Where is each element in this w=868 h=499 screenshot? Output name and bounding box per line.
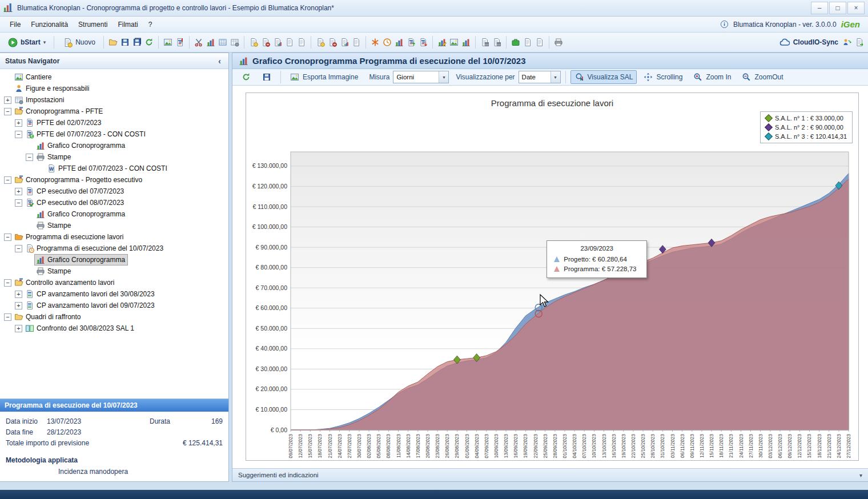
bar-chart-icon[interactable] — [206, 37, 216, 47]
tree-item-body[interactable]: Controllo avanzamento lavori — [13, 277, 116, 288]
folder-open-icon[interactable] — [108, 37, 118, 47]
cloud-sync-label[interactable]: CloudIO-Sync — [793, 38, 838, 46]
maximize-button[interactable]: □ — [829, 2, 846, 14]
tree-item-body[interactable]: Stampe — [35, 220, 73, 231]
tree-item-body[interactable]: Figure e responsabili — [13, 83, 91, 94]
tree-item[interactable]: −CP esecutivo del 08/07/2023 — [0, 197, 228, 208]
misura-select[interactable]: Giorni ▾ — [393, 71, 449, 83]
tree-item-body[interactable]: CP avanzamento lavori del 30/08/2023 — [24, 289, 157, 299]
menu-help[interactable]: ? — [143, 18, 158, 31]
doc-remove-icon[interactable] — [260, 37, 271, 47]
tree-item[interactable]: +CP avanzamento lavori del 30/08/2023 — [0, 288, 228, 300]
tree-item-body[interactable]: Cronoprogramma - PFTE — [13, 106, 105, 116]
menu-strumenti[interactable]: Strumenti — [73, 18, 112, 31]
menu-funzionalita[interactable]: Funzionalità — [26, 18, 73, 31]
collapse-icon[interactable]: − — [15, 245, 22, 252]
nuovo-button[interactable]: Nuovo — [58, 35, 99, 49]
expand-icon[interactable]: + — [15, 291, 22, 298]
image-chart-icon[interactable] — [449, 37, 459, 47]
save-icon[interactable] — [120, 37, 130, 47]
tree-item[interactable]: Stampe — [0, 265, 228, 277]
collapse-icon[interactable]: − — [15, 199, 22, 207]
item-add-icon[interactable] — [315, 37, 326, 47]
tree-item[interactable]: Cantiere — [0, 71, 228, 83]
gantt-down-icon[interactable] — [418, 37, 428, 47]
mini-chart-icon[interactable] — [394, 37, 404, 47]
doc-add-icon[interactable] — [248, 37, 259, 47]
tree-item-body[interactable]: CP esecutivo del 08/07/2023 — [24, 198, 126, 208]
table-settings-icon[interactable] — [230, 37, 240, 47]
tree-item-body[interactable]: Cantiere — [13, 72, 54, 82]
esporta-immagine-button[interactable]: Esporta Immagine — [286, 70, 362, 84]
doc-calc-icon[interactable] — [480, 37, 490, 47]
suggestions-bar[interactable]: Suggerimenti ed indicazioni ▾ — [232, 468, 868, 481]
collapse-panel-button[interactable]: ‹ — [216, 57, 223, 66]
doc-plain-icon[interactable] — [284, 37, 295, 47]
tree-item[interactable]: Grafico Cronoprogramma — [0, 208, 228, 220]
doc-plain2-icon[interactable] — [296, 37, 307, 47]
scrolling-button[interactable]: Scrolling — [639, 70, 686, 84]
chart-edit-icon[interactable] — [437, 37, 447, 47]
doc-chart-icon[interactable] — [272, 37, 283, 47]
tree-item[interactable]: +Impostazioni — [0, 94, 228, 106]
tree-item-body[interactable]: Grafico Cronoprogramma — [35, 140, 127, 151]
close-button[interactable]: × — [847, 2, 865, 14]
refresh-icon[interactable] — [144, 37, 154, 47]
save-all-icon[interactable] — [132, 37, 142, 47]
collapse-icon[interactable]: − — [4, 176, 11, 184]
minimize-button[interactable]: – — [811, 2, 828, 14]
tree-item[interactable]: −€PFTE del 07/07/2023 - CON COSTI — [0, 128, 228, 140]
zoom-in-button[interactable]: Zoom In — [689, 70, 735, 84]
tree-item-body[interactable]: Confronto del 30/08/2023 SAL 1 — [24, 323, 136, 333]
item-remove-icon[interactable] — [327, 37, 337, 47]
chart-box[interactable]: Programma di esecuzione lavori € 0,00€ 1… — [246, 92, 859, 461]
tree-item-body[interactable]: Quadri di raffronto — [13, 312, 83, 322]
gantt-marker-icon[interactable] — [175, 37, 185, 47]
tree-item[interactable]: +CP avanzamento lavori del 09/07/2023 — [0, 300, 228, 311]
tree-item-body[interactable]: Cronoprogramma - Progetto esecutivo — [13, 175, 144, 185]
tree-item[interactable]: −Controllo avanzamento lavori — [0, 277, 228, 288]
tree-item-body[interactable]: Impostazioni — [13, 95, 66, 105]
item-chart-icon[interactable] — [339, 37, 349, 47]
tree-item[interactable]: −Stampe — [0, 151, 228, 163]
tree-item[interactable]: Figure e responsabili — [0, 83, 228, 94]
tree-item[interactable]: −Programma di esecuzione lavori — [0, 231, 228, 243]
tree-item[interactable]: −Cronoprogramma - Progetto esecutivo — [0, 174, 228, 186]
tree-item-body[interactable]: CP avanzamento lavori del 09/07/2023 — [24, 300, 157, 311]
visualizzazione-select[interactable]: Date ▾ — [519, 71, 561, 83]
tree-item[interactable]: +CP esecutivo del 07/07/2023 — [0, 186, 228, 197]
tree-item-body[interactable]: Programma di esecuzione lavori — [13, 232, 126, 242]
expand-icon[interactable]: + — [15, 325, 22, 332]
chevron-down-icon[interactable]: ▾ — [859, 472, 862, 478]
tree-item-body[interactable]: CP esecutivo del 07/07/2023 — [24, 186, 126, 196]
collapse-icon[interactable]: − — [4, 108, 11, 115]
tree-item-body[interactable]: Programma di esecuzione del 10/07/2023 — [24, 243, 166, 253]
collapse-icon[interactable]: − — [4, 313, 11, 321]
tree-item[interactable]: +PFTE del 02/07/2023 — [0, 117, 228, 128]
item-doc-icon[interactable] — [351, 37, 361, 47]
print-setup-icon[interactable] — [553, 37, 564, 47]
visualizza-sal-button[interactable]: Visualizza SAL — [570, 70, 637, 84]
tree-item[interactable]: −Quadri di raffronto — [0, 311, 228, 323]
doc-calc2-icon[interactable] — [492, 37, 502, 47]
expand-icon[interactable]: + — [15, 188, 22, 195]
tree-item-body[interactable]: PFTE del 02/07/2023 — [24, 118, 103, 128]
gantt-up-icon[interactable] — [406, 37, 416, 47]
tree-item-body[interactable]: €PFTE del 07/07/2023 - CON COSTI — [24, 129, 148, 139]
chevron-down-icon[interactable]: ▾ — [550, 71, 560, 83]
collapse-icon[interactable]: − — [4, 279, 11, 287]
tree-item[interactable]: +Confronto del 30/08/2023 SAL 1 — [0, 323, 228, 334]
image-icon[interactable] — [163, 37, 173, 47]
tree-item-body[interactable]: WPFTE del 07/07/2023 - CON COSTI — [46, 163, 170, 174]
tree-item[interactable]: WPFTE del 07/07/2023 - CON COSTI — [0, 163, 228, 174]
chart-refresh-button[interactable] — [237, 70, 255, 84]
tree-item-body[interactable]: Stampe — [35, 152, 73, 162]
chart-save-button[interactable] — [258, 70, 276, 84]
expand-icon[interactable]: + — [15, 119, 22, 127]
page-share-icon[interactable] — [854, 37, 865, 47]
tree-item[interactable]: Stampe — [0, 220, 228, 231]
zoom-out-button[interactable]: ZoomOut — [737, 70, 787, 84]
chart-green-icon[interactable] — [461, 37, 471, 47]
star-icon[interactable] — [370, 37, 380, 47]
case-icon[interactable] — [511, 37, 521, 47]
